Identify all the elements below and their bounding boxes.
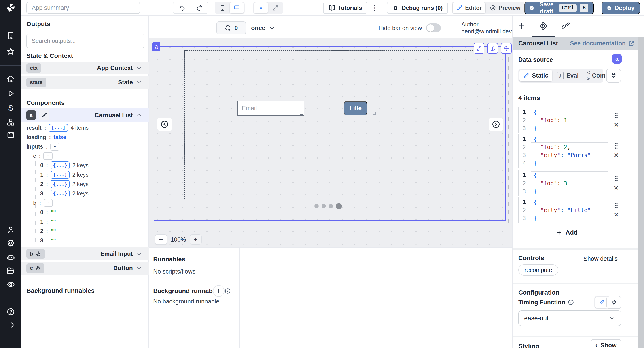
users-icon[interactable]: [6, 226, 15, 234]
run-mode-dropdown[interactable]: once: [251, 22, 275, 34]
add-item-button[interactable]: Add: [518, 228, 616, 238]
connect-button[interactable]: [606, 296, 621, 309]
more-menu-button[interactable]: ⋮: [370, 3, 379, 13]
tree-row-c2[interactable]: 2: {...} 2 keys: [26, 179, 147, 189]
expand-component-button[interactable]: [474, 43, 484, 54]
item-editor-1[interactable]: { "foo": 1 }: [518, 107, 609, 133]
variables-icon[interactable]: $: [6, 104, 15, 112]
component-c-row[interactable]: c Button: [22, 262, 149, 275]
static-mode-button[interactable]: Static: [520, 70, 552, 82]
hide-bar-toggle[interactable]: [426, 24, 441, 32]
expand-sidebar-icon[interactable]: [6, 321, 15, 329]
carousel-inner-container[interactable]: Lille: [184, 50, 478, 199]
delete-item-button[interactable]: ✕: [614, 122, 619, 128]
help-icon[interactable]: [6, 308, 15, 316]
search-outputs-input[interactable]: [26, 34, 144, 48]
home-icon[interactable]: [6, 74, 15, 83]
delete-item-button[interactable]: ✕: [614, 152, 619, 158]
carousel-dot[interactable]: [314, 204, 319, 208]
chevron-up-icon[interactable]: [136, 112, 142, 118]
ctx-row[interactable]: ctx App Context: [22, 62, 149, 74]
scrollbar[interactable]: [638, 37, 644, 348]
workspace-icon[interactable]: [6, 32, 15, 40]
object-toggle[interactable]: {...}: [50, 171, 70, 179]
component-a-row[interactable]: a Carousel List: [22, 108, 149, 122]
see-documentation-link[interactable]: See documentation: [570, 40, 634, 47]
folders-icon[interactable]: [6, 266, 15, 275]
connect-button[interactable]: [606, 69, 621, 82]
resources-icon[interactable]: [6, 118, 15, 126]
rename-component-button[interactable]: [39, 110, 50, 120]
zoom-out-button[interactable]: −: [155, 234, 167, 245]
tree-row-c[interactable]: c: -: [26, 151, 147, 160]
info-icon[interactable]: [224, 288, 231, 294]
favorites-icon[interactable]: [6, 47, 15, 56]
mobile-view-button[interactable]: [216, 2, 230, 13]
timing-function-select[interactable]: ease-out: [518, 310, 621, 326]
code-line[interactable]: "foo": 1: [519, 116, 609, 124]
app-summary-input[interactable]: [26, 2, 140, 14]
tree-row-c0[interactable]: 0: {...} 2 keys: [26, 160, 147, 170]
code-line[interactable]: }: [519, 214, 609, 222]
component-b-row[interactable]: b Email Input: [22, 247, 149, 260]
show-details-link[interactable]: Show details: [584, 256, 618, 262]
tree-row-b1[interactable]: 1: "": [26, 217, 147, 226]
tree-row-b2[interactable]: 2: "": [26, 226, 147, 236]
collapse-toggle[interactable]: -: [44, 152, 52, 160]
styling-tab[interactable]: [560, 21, 570, 31]
preview-tab[interactable]: Preview: [486, 2, 524, 13]
delete-item-button[interactable]: ✕: [614, 212, 619, 218]
center-align-button[interactable]: [254, 2, 268, 13]
chevron-down-icon[interactable]: [136, 265, 142, 271]
show-styling-button[interactable]: ‹ Show: [591, 339, 621, 348]
email-input-component[interactable]: [237, 101, 304, 116]
zoom-in-button[interactable]: +: [190, 234, 202, 245]
workers-icon[interactable]: [6, 253, 15, 262]
code-line[interactable]: }: [519, 187, 609, 195]
component-settings-tab[interactable]: [538, 21, 548, 31]
code-line[interactable]: {: [519, 171, 609, 179]
code-line[interactable]: "city": "Paris": [519, 151, 609, 159]
delete-item-button[interactable]: ✕: [614, 185, 619, 191]
tree-row-b[interactable]: b: -: [26, 198, 147, 208]
audit-eye-icon[interactable]: [6, 280, 15, 289]
carousel-prev-button[interactable]: [157, 118, 172, 131]
tree-row-c1[interactable]: 1: {...} 2 keys: [26, 170, 147, 179]
drag-handle-icon[interactable]: [613, 175, 619, 182]
debug-runs-button[interactable]: Debug runs (0): [387, 2, 448, 14]
insert-component-tab[interactable]: [516, 21, 526, 31]
eval-mode-button[interactable]: ƒ Eval: [553, 70, 582, 82]
chevron-down-icon[interactable]: [136, 251, 142, 257]
drag-handle-icon[interactable]: [613, 142, 619, 149]
desktop-view-button[interactable]: [230, 2, 244, 13]
code-line[interactable]: {: [519, 135, 609, 143]
array-toggle[interactable]: [...]: [49, 124, 68, 132]
resize-handle[interactable]: [372, 112, 376, 115]
collapse-toggle[interactable]: -: [44, 199, 53, 207]
refresh-button[interactable]: 0: [216, 22, 246, 34]
code-line[interactable]: }: [519, 124, 609, 132]
item-editor-2[interactable]: { "foo": 2, "city": "Paris" }: [518, 134, 609, 168]
schedules-icon[interactable]: [6, 130, 15, 139]
code-line[interactable]: "city": "Lille": [519, 206, 609, 214]
info-icon[interactable]: [568, 299, 574, 306]
drag-handle-icon[interactable]: [613, 202, 619, 209]
selected-component-carousel[interactable]: a Lille: [154, 46, 506, 220]
deploy-button[interactable]: Deploy: [602, 2, 640, 14]
tree-row-c3[interactable]: 3: {...} 2 keys: [26, 189, 147, 198]
code-line[interactable]: {: [519, 108, 609, 116]
item-editor-3[interactable]: { "foo": 3 }: [518, 170, 609, 196]
chevron-down-icon[interactable]: [136, 65, 142, 71]
code-line[interactable]: }: [519, 159, 609, 167]
fullwidth-button[interactable]: [268, 2, 282, 13]
editor-tab[interactable]: Editor: [452, 2, 486, 13]
anchor-component-button[interactable]: [487, 43, 498, 54]
tree-row-inputs[interactable]: inputs: -: [26, 142, 147, 151]
app-canvas[interactable]: a Lille: [149, 38, 512, 247]
state-row[interactable]: state State: [22, 76, 149, 88]
tree-row-b0[interactable]: 0: "": [26, 208, 147, 217]
tree-row-b3[interactable]: 3: "": [26, 236, 147, 245]
code-line[interactable]: "foo": 3: [519, 179, 609, 187]
object-toggle[interactable]: {...}: [50, 180, 70, 188]
button-component[interactable]: Lille: [344, 101, 367, 116]
